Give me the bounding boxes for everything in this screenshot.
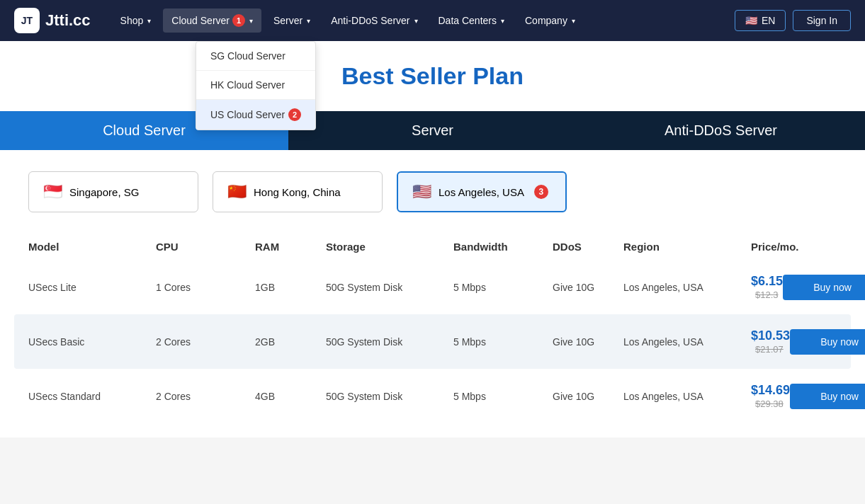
nav-item-server[interactable]: Server ▾ — [265, 9, 319, 32]
chevron-down-icon: ▾ — [249, 17, 253, 25]
nav-item-shop[interactable]: Shop ▾ — [112, 9, 160, 32]
nav-item-company[interactable]: Company ▾ — [516, 9, 584, 32]
nav-items: Shop ▾ Cloud Server 1 ▾ Server ▾ Anti-DD… — [112, 8, 735, 33]
flag-us-icon — [412, 183, 431, 201]
page-title: Best Seller Plan — [0, 62, 865, 90]
dropdown-item-us[interactable]: US Cloud Server 2 — [196, 100, 315, 130]
location-selector: Singapore, SG Hong Kong, China Los Angel… — [0, 150, 865, 234]
nav-item-data-centers[interactable]: Data Centers ▾ — [430, 9, 513, 32]
location-hong-kong[interactable]: Hong Kong, China — [213, 171, 383, 212]
brand-logo[interactable]: JT Jtti.cc — [14, 8, 91, 33]
dropdown-item-hk[interactable]: HK Cloud Server — [196, 71, 315, 100]
buy-now-button[interactable]: Buy now — [790, 329, 865, 355]
nav-right: EN Sign In — [735, 10, 851, 31]
sign-in-button[interactable]: Sign In — [793, 10, 851, 31]
table-header: Model CPU RAM Storage Bandwidth DDoS Reg… — [14, 234, 851, 260]
chevron-down-icon: ▾ — [572, 17, 575, 25]
flag-cn-icon — [227, 183, 247, 201]
tab-server[interactable]: Server — [288, 111, 577, 150]
main-content: Best Seller Plan Cloud Server Server Ant… — [0, 41, 865, 437]
brand-name: Jtti.cc — [45, 11, 91, 30]
chevron-down-icon: ▾ — [147, 17, 151, 25]
location-los-angeles-badge: 3 — [534, 185, 548, 199]
tab-anti-ddos-server[interactable]: Anti-DDoS Server — [577, 111, 865, 150]
chevron-down-icon: ▾ — [414, 17, 418, 25]
buy-now-button[interactable]: Buy now — [790, 384, 865, 409]
logo-icon: JT — [14, 8, 40, 33]
us-cloud-badge: 2 — [288, 108, 301, 121]
chevron-down-icon: ▾ — [307, 17, 310, 25]
dropdown-item-sg[interactable]: SG Cloud Server — [196, 42, 315, 71]
flag-icon — [745, 15, 757, 26]
cloud-server-badge: 1 — [232, 14, 245, 27]
buy-now-button[interactable]: Buy now — [783, 275, 865, 300]
nav-item-cloud-server[interactable]: Cloud Server 1 ▾ — [163, 8, 261, 33]
table-row: USecs Basic 2 Cores 2GB 50G System Disk … — [14, 314, 851, 369]
table-row: USecs Standard 2 Cores 4GB 50G System Di… — [14, 369, 851, 423]
table-row: USecs Lite 1 Cores 1GB 50G System Disk 5… — [14, 260, 851, 314]
location-singapore[interactable]: Singapore, SG — [28, 171, 198, 212]
navbar: JT Jtti.cc Shop ▾ Cloud Server 1 ▾ Serve… — [0, 0, 865, 41]
flag-sg-icon — [43, 183, 62, 201]
language-button[interactable]: EN — [735, 10, 786, 31]
cloud-server-dropdown: SG Cloud Server HK Cloud Server US Cloud… — [196, 41, 316, 130]
chevron-down-icon: ▾ — [501, 17, 504, 25]
product-tabs: Cloud Server Server Anti-DDoS Server — [0, 111, 865, 150]
products-table: Model CPU RAM Storage Bandwidth DDoS Reg… — [0, 234, 865, 437]
nav-item-anti-ddos[interactable]: Anti-DDoS Server ▾ — [322, 9, 426, 32]
location-los-angeles[interactable]: Los Angeles, USA 3 — [397, 171, 567, 212]
